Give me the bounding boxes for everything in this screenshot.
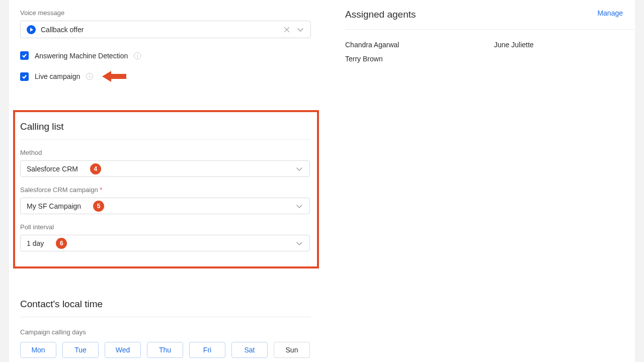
amd-checkbox[interactable]	[20, 51, 29, 60]
play-icon	[27, 25, 36, 34]
amd-label: Answering Machine Detection	[35, 52, 128, 60]
voice-message-label: Voice message	[20, 9, 311, 17]
chevron-down-icon	[296, 26, 304, 34]
step-badge-5: 5	[93, 201, 104, 212]
live-campaign-label: Live campaign	[35, 72, 80, 80]
assigned-agents-title: Assigned agents	[345, 9, 416, 20]
day-sat[interactable]: Sat	[231, 342, 268, 358]
method-label: Method	[20, 149, 312, 156]
voice-message-select[interactable]: Callback offer	[20, 21, 311, 38]
agent-name: Chandra Agarwal	[345, 41, 494, 49]
day-thu[interactable]: Thu	[147, 342, 183, 358]
step-badge-6: 6	[56, 238, 67, 249]
chevron-down-icon	[295, 202, 303, 210]
local-time-title: Contact's local time	[20, 299, 311, 310]
manage-link[interactable]: Manage	[597, 9, 623, 17]
info-icon[interactable]: i	[86, 73, 93, 80]
calling-list-section: Calling list Method Salesforce CRM 4 Sal…	[13, 110, 319, 268]
agent-name: June Juliette	[494, 41, 623, 49]
agent-name: Terry Brown	[345, 55, 494, 63]
chevron-down-icon	[295, 239, 303, 247]
step-badge-4: 4	[90, 163, 101, 174]
campaign-select[interactable]: My SF Campaign 5	[20, 198, 310, 214]
live-campaign-checkbox[interactable]	[20, 72, 29, 81]
poll-label: Poll interval	[20, 223, 312, 231]
voice-message-value: Callback offer	[41, 26, 84, 34]
info-icon[interactable]: i	[134, 52, 141, 59]
day-sun[interactable]: Sun	[274, 342, 310, 358]
method-value: Salesforce CRM	[27, 165, 78, 173]
method-select[interactable]: Salesforce CRM 4	[20, 160, 310, 177]
poll-value: 1 day	[27, 239, 44, 247]
poll-select[interactable]: 1 day 6	[20, 235, 310, 251]
day-fri[interactable]: Fri	[189, 342, 225, 358]
highlight-arrow-icon	[102, 71, 126, 82]
day-mon[interactable]: Mon	[20, 342, 56, 358]
calling-list-title: Calling list	[20, 121, 312, 132]
campaign-days-label: Campaign calling days	[20, 328, 311, 336]
day-tue[interactable]: Tue	[62, 342, 99, 358]
clear-icon[interactable]	[283, 26, 290, 33]
day-wed[interactable]: Wed	[105, 342, 141, 358]
campaign-label: Salesforce CRM campaign *	[20, 186, 312, 194]
chevron-down-icon	[295, 165, 303, 173]
campaign-value: My SF Campaign	[27, 202, 81, 210]
